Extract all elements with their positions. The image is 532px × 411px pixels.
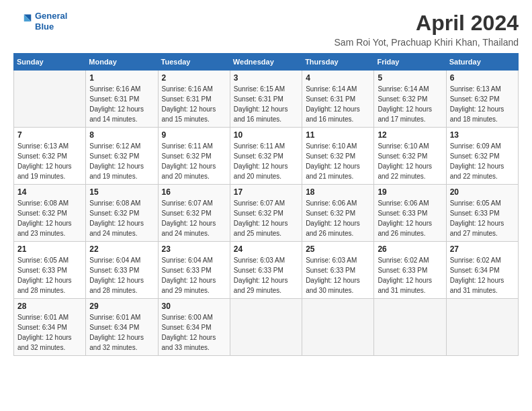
calendar-cell: 13Sunrise: 6:09 AM Sunset: 6:32 PM Dayli… <box>446 128 518 185</box>
title-area: April 2024 Sam Roi Yot, Prachuap Khiri K… <box>335 11 519 48</box>
day-of-week-header: Saturday <box>446 54 518 71</box>
calendar-week-row: 28Sunrise: 6:01 AM Sunset: 6:34 PM Dayli… <box>14 299 519 356</box>
calendar-cell: 7Sunrise: 6:13 AM Sunset: 6:32 PM Daylig… <box>14 128 86 185</box>
day-number: 18 <box>306 187 370 197</box>
day-number: 10 <box>234 130 298 140</box>
day-number: 3 <box>234 73 298 83</box>
logo-line1: General <box>35 11 67 21</box>
day-info: Sunrise: 6:08 AM Sunset: 6:32 PM Dayligh… <box>17 198 82 238</box>
day-number: 20 <box>450 187 515 197</box>
day-number: 24 <box>234 244 298 254</box>
day-number: 19 <box>378 187 442 197</box>
calendar-cell: 5Sunrise: 6:14 AM Sunset: 6:32 PM Daylig… <box>374 71 446 128</box>
day-info: Sunrise: 6:06 AM Sunset: 6:33 PM Dayligh… <box>378 198 442 238</box>
calendar-cell: 4Sunrise: 6:14 AM Sunset: 6:31 PM Daylig… <box>302 71 374 128</box>
day-number: 30 <box>162 302 226 311</box>
logo-icon <box>13 12 32 31</box>
day-number: 4 <box>306 73 370 83</box>
calendar-cell: 12Sunrise: 6:10 AM Sunset: 6:32 PM Dayli… <box>374 128 446 185</box>
day-number: 28 <box>17 302 82 311</box>
calendar-cell: 26Sunrise: 6:02 AM Sunset: 6:33 PM Dayli… <box>374 242 446 299</box>
calendar-cell: 19Sunrise: 6:06 AM Sunset: 6:33 PM Dayli… <box>374 185 446 242</box>
calendar-cell: 18Sunrise: 6:06 AM Sunset: 6:32 PM Dayli… <box>302 185 374 242</box>
day-number: 21 <box>17 244 82 254</box>
day-info: Sunrise: 6:11 AM Sunset: 6:32 PM Dayligh… <box>162 141 226 181</box>
calendar-cell <box>374 299 446 356</box>
day-info: Sunrise: 6:10 AM Sunset: 6:32 PM Dayligh… <box>306 141 370 181</box>
calendar-cell: 22Sunrise: 6:04 AM Sunset: 6:33 PM Dayli… <box>86 242 158 299</box>
day-of-week-header: Monday <box>86 54 158 71</box>
day-number: 25 <box>306 244 370 254</box>
day-info: Sunrise: 6:01 AM Sunset: 6:34 PM Dayligh… <box>89 312 154 353</box>
day-info: Sunrise: 6:03 AM Sunset: 6:33 PM Dayligh… <box>234 255 298 295</box>
day-number: 27 <box>450 244 515 254</box>
page-header: General Blue April 2024 Sam Roi Yot, Pra… <box>13 11 519 48</box>
calendar-cell: 11Sunrise: 6:10 AM Sunset: 6:32 PM Dayli… <box>302 128 374 185</box>
calendar-cell <box>14 71 86 128</box>
calendar-cell: 9Sunrise: 6:11 AM Sunset: 6:32 PM Daylig… <box>158 128 230 185</box>
day-info: Sunrise: 6:11 AM Sunset: 6:32 PM Dayligh… <box>234 141 298 181</box>
day-of-week-header: Thursday <box>302 54 374 71</box>
logo: General Blue <box>13 11 67 32</box>
day-number: 12 <box>378 130 442 140</box>
calendar-cell: 8Sunrise: 6:12 AM Sunset: 6:32 PM Daylig… <box>86 128 158 185</box>
day-number: 29 <box>89 302 154 311</box>
day-info: Sunrise: 6:13 AM Sunset: 6:32 PM Dayligh… <box>450 84 515 124</box>
day-info: Sunrise: 6:05 AM Sunset: 6:33 PM Dayligh… <box>450 198 515 238</box>
day-info: Sunrise: 6:04 AM Sunset: 6:33 PM Dayligh… <box>162 255 226 295</box>
month-title: April 2024 <box>335 11 519 36</box>
day-of-week-header: Sunday <box>14 54 86 71</box>
calendar-week-row: 14Sunrise: 6:08 AM Sunset: 6:32 PM Dayli… <box>14 185 519 242</box>
day-number: 15 <box>89 187 154 197</box>
day-number: 1 <box>89 73 154 83</box>
calendar-cell: 16Sunrise: 6:07 AM Sunset: 6:32 PM Dayli… <box>158 185 230 242</box>
calendar-cell <box>302 299 374 356</box>
day-info: Sunrise: 6:09 AM Sunset: 6:32 PM Dayligh… <box>450 141 515 181</box>
day-info: Sunrise: 6:02 AM Sunset: 6:33 PM Dayligh… <box>378 255 442 295</box>
calendar-cell: 17Sunrise: 6:07 AM Sunset: 6:32 PM Dayli… <box>230 185 302 242</box>
day-of-week-header: Wednesday <box>230 54 302 71</box>
calendar-header-row: SundayMondayTuesdayWednesdayThursdayFrid… <box>14 54 519 71</box>
calendar-cell: 20Sunrise: 6:05 AM Sunset: 6:33 PM Dayli… <box>446 185 518 242</box>
calendar-table: SundayMondayTuesdayWednesdayThursdayFrid… <box>13 53 519 356</box>
day-info: Sunrise: 6:10 AM Sunset: 6:32 PM Dayligh… <box>378 141 442 181</box>
day-info: Sunrise: 6:15 AM Sunset: 6:31 PM Dayligh… <box>234 84 298 124</box>
day-info: Sunrise: 6:14 AM Sunset: 6:32 PM Dayligh… <box>378 84 442 124</box>
day-info: Sunrise: 6:03 AM Sunset: 6:33 PM Dayligh… <box>306 255 370 295</box>
calendar-cell: 2Sunrise: 6:16 AM Sunset: 6:31 PM Daylig… <box>158 71 230 128</box>
calendar-cell: 21Sunrise: 6:05 AM Sunset: 6:33 PM Dayli… <box>14 242 86 299</box>
day-info: Sunrise: 6:06 AM Sunset: 6:32 PM Dayligh… <box>306 198 370 238</box>
calendar-week-row: 21Sunrise: 6:05 AM Sunset: 6:33 PM Dayli… <box>14 242 519 299</box>
day-number: 8 <box>89 130 154 140</box>
day-number: 13 <box>450 130 515 140</box>
day-number: 16 <box>162 187 226 197</box>
calendar-cell: 10Sunrise: 6:11 AM Sunset: 6:32 PM Dayli… <box>230 128 302 185</box>
day-info: Sunrise: 6:16 AM Sunset: 6:31 PM Dayligh… <box>89 84 154 124</box>
day-of-week-header: Tuesday <box>158 54 230 71</box>
day-info: Sunrise: 6:02 AM Sunset: 6:34 PM Dayligh… <box>450 255 515 295</box>
calendar-cell: 28Sunrise: 6:01 AM Sunset: 6:34 PM Dayli… <box>14 299 86 356</box>
calendar-cell: 29Sunrise: 6:01 AM Sunset: 6:34 PM Dayli… <box>86 299 158 356</box>
day-info: Sunrise: 6:07 AM Sunset: 6:32 PM Dayligh… <box>162 198 226 238</box>
day-info: Sunrise: 6:05 AM Sunset: 6:33 PM Dayligh… <box>17 255 82 295</box>
calendar-cell: 3Sunrise: 6:15 AM Sunset: 6:31 PM Daylig… <box>230 71 302 128</box>
day-number: 14 <box>17 187 82 197</box>
calendar-week-row: 7Sunrise: 6:13 AM Sunset: 6:32 PM Daylig… <box>14 128 519 185</box>
calendar-week-row: 1Sunrise: 6:16 AM Sunset: 6:31 PM Daylig… <box>14 71 519 128</box>
calendar-cell <box>446 299 518 356</box>
day-number: 9 <box>162 130 226 140</box>
day-info: Sunrise: 6:12 AM Sunset: 6:32 PM Dayligh… <box>89 141 154 181</box>
day-info: Sunrise: 6:01 AM Sunset: 6:34 PM Dayligh… <box>17 312 82 353</box>
calendar-cell: 15Sunrise: 6:08 AM Sunset: 6:32 PM Dayli… <box>86 185 158 242</box>
day-number: 11 <box>306 130 370 140</box>
day-number: 2 <box>162 73 226 83</box>
calendar-cell: 30Sunrise: 6:00 AM Sunset: 6:34 PM Dayli… <box>158 299 230 356</box>
day-number: 23 <box>162 244 226 254</box>
calendar-cell: 14Sunrise: 6:08 AM Sunset: 6:32 PM Dayli… <box>14 185 86 242</box>
day-number: 5 <box>378 73 442 83</box>
calendar-cell: 6Sunrise: 6:13 AM Sunset: 6:32 PM Daylig… <box>446 71 518 128</box>
day-number: 6 <box>450 73 515 83</box>
day-info: Sunrise: 6:16 AM Sunset: 6:31 PM Dayligh… <box>162 84 226 124</box>
calendar-cell <box>230 299 302 356</box>
logo-text: General Blue <box>35 11 67 32</box>
